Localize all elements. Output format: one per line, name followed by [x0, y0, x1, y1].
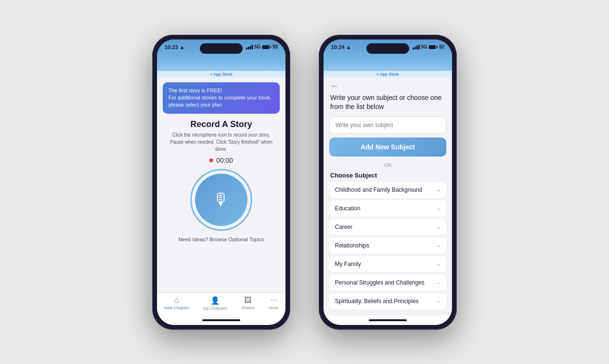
battery-icon-2	[429, 45, 438, 49]
microphone-icon: 🎙	[213, 190, 230, 210]
chevron-down-icon-5: ⌄	[436, 279, 441, 285]
tab-more-label: More	[269, 305, 279, 310]
chevron-down-icon-6: ⌄	[436, 298, 441, 304]
dynamic-island-2	[366, 43, 409, 54]
tab-photos[interactable]: 🖼 Photos	[241, 296, 255, 311]
subject-item-6[interactable]: Spirituality, Beliefs and Principles ⌄	[329, 293, 446, 309]
phone1-content: The first story is FREE! For additional …	[157, 78, 285, 293]
network-type-2: 5G	[421, 44, 427, 49]
subject-item-label-0: Childhood and Family Background	[335, 187, 422, 193]
signal-bar-3	[250, 46, 251, 49]
person-icon: 👤	[210, 296, 220, 305]
photos-icon: 🖼	[244, 296, 252, 305]
phone-2: 10:24 ▲ 5G	[319, 35, 457, 330]
promo-text: The first story is FREE! For additional …	[168, 88, 271, 108]
home-bar	[202, 319, 240, 321]
chevron-down-icon-3: ⌄	[436, 242, 441, 248]
status-bar-1: 10:23 ▲ 5G	[157, 39, 285, 52]
signal-bar-2-2	[414, 47, 416, 49]
signal-bar-2-4	[418, 45, 420, 49]
chevron-down-icon-2: ⌄	[436, 224, 441, 230]
subject-item-1[interactable]: Education ⌄	[329, 200, 446, 216]
record-title: Record A Story	[157, 119, 285, 129]
location-icon-2: ▲	[346, 44, 351, 50]
home-indicator-2	[324, 315, 452, 325]
promo-banner: The first story is FREE! For additional …	[163, 82, 280, 114]
record-indicator	[209, 158, 213, 162]
or-divider: OR	[324, 162, 452, 168]
add-subject-button[interactable]: Add New Subject	[329, 138, 446, 157]
signal-bars-2	[413, 45, 420, 49]
back-button[interactable]: ←	[324, 78, 452, 92]
timer-display: 00:00	[216, 157, 233, 164]
status-bar-2: 10:24 ▲ 5G	[324, 39, 452, 52]
subject-item-0[interactable]: Childhood and Family Background ⌄	[329, 182, 446, 198]
subject-content: ← Write your own subject or choose one f…	[324, 78, 452, 315]
time-display-2: 10:24	[331, 44, 344, 50]
subject-item-label-4: My Family	[335, 261, 361, 267]
signal-bars	[246, 45, 253, 49]
timer-row: 00:00	[157, 157, 285, 164]
tab-new-chapter[interactable]: ⌂ New Chapter	[164, 296, 189, 311]
battery-icon	[262, 45, 271, 49]
chevron-down-icon-4: ⌄	[436, 261, 441, 267]
mic-button[interactable]: 🎙	[195, 174, 247, 226]
phone1-top-bar: 10:23 ▲ 5G	[157, 39, 285, 78]
chevron-down-icon-0: ⌄	[436, 187, 441, 193]
subject-item-label-6: Spirituality, Beliefs and Principles	[335, 298, 419, 305]
mic-outer-ring: 🎙	[190, 169, 252, 231]
app-store-bar: < App Store	[157, 71, 285, 78]
subject-item-3[interactable]: Relationships ⌄	[329, 237, 446, 254]
subject-item-label-2: Career	[335, 224, 353, 230]
subject-item-5[interactable]: Personal Struggles and Challenges ⌄	[329, 275, 446, 291]
subject-header: Write your own subject or choose one fro…	[324, 92, 452, 117]
phone-1: 10:23 ▲ 5G	[152, 35, 290, 330]
tab-photos-label: Photos	[241, 305, 255, 310]
mic-container[interactable]: 🎙	[190, 169, 252, 231]
battery-percent: 93	[273, 44, 278, 49]
subject-item-label-3: Relationships	[335, 242, 369, 249]
choose-subject-label: Choose Subject	[324, 171, 452, 182]
signal-bar-4	[252, 45, 253, 49]
time-display: 10:23	[165, 44, 178, 50]
subject-input-area: Add New Subject	[324, 117, 452, 160]
tab-more[interactable]: ··· More	[269, 296, 279, 311]
signal-bar-1	[246, 48, 247, 49]
network-type: 5G	[255, 44, 261, 49]
dynamic-island	[200, 43, 243, 54]
home-indicator-1	[157, 315, 285, 325]
signal-bar-2-3	[416, 46, 418, 49]
home-icon: ⌂	[174, 296, 179, 305]
subject-item-2[interactable]: Career ⌄	[329, 219, 446, 235]
more-icon: ···	[270, 296, 276, 305]
tab-new-chapter-label: New Chapter	[164, 305, 189, 310]
tab-bar: ⌂ New Chapter 👤 My Chapters 🖼 Photos ···…	[157, 293, 285, 315]
subject-item-label-1: Education	[335, 205, 360, 212]
phone2-top-bar: 10:24 ▲ 5G	[324, 39, 452, 78]
tab-my-chapters-label: My Chapters	[203, 306, 227, 311]
subject-list: Childhood and Family Background ⌄ Educat…	[324, 182, 452, 315]
subject-item-label-5: Personal Struggles and Challenges	[335, 279, 424, 286]
app-store-bar-2: < App Store	[324, 71, 452, 78]
signal-bar-2-1	[413, 48, 414, 49]
signal-bar-2	[248, 47, 249, 49]
location-icon: ▲	[179, 44, 185, 50]
browse-topics[interactable]: Need Ideas? Browse Optional Topics	[157, 236, 285, 242]
record-subtitle: Click the microphone icon to record your…	[157, 131, 285, 153]
battery-percent-2: 92	[439, 44, 444, 49]
chevron-down-icon-1: ⌄	[436, 205, 441, 211]
subject-input[interactable]	[329, 117, 446, 134]
home-bar-2	[369, 319, 407, 321]
tab-my-chapters[interactable]: 👤 My Chapters	[203, 296, 227, 311]
subject-item-4[interactable]: My Family ⌄	[329, 256, 446, 272]
